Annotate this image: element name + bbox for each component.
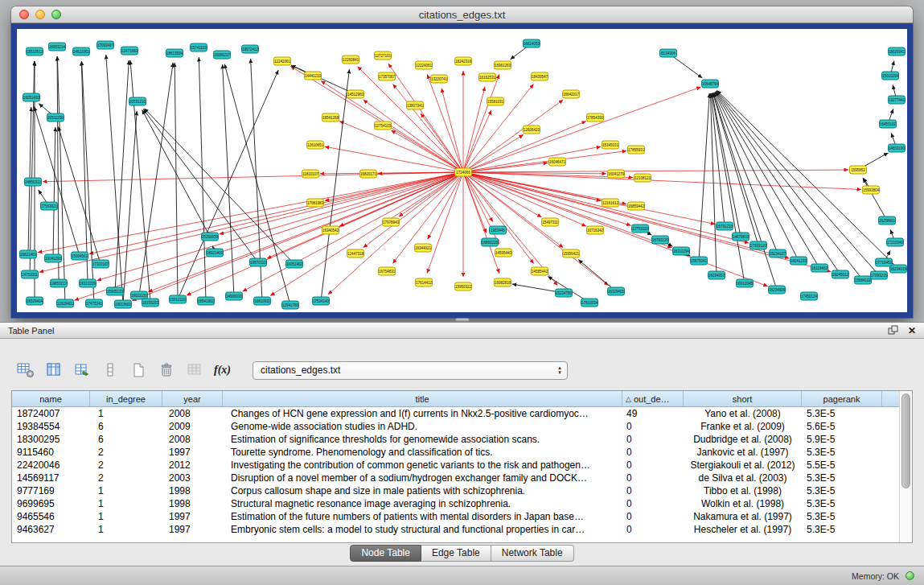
graph-node[interactable]: 16821403	[20, 250, 37, 258]
graph-node[interactable]: 15904561	[72, 252, 88, 260]
graph-edge[interactable]	[243, 172, 463, 291]
graph-node[interactable]: 16258901	[879, 216, 896, 225]
window-titlebar[interactable]: citations_edges.txt	[11, 6, 913, 23]
graph-node[interactable]: 16754831	[379, 267, 396, 275]
graph-node[interactable]: 14585442	[532, 267, 548, 275]
function-builder-button[interactable]: f(x)	[211, 360, 233, 381]
graph-node[interactable]: 16119402	[811, 264, 828, 272]
show-columns-button[interactable]	[43, 360, 64, 381]
graph-node[interactable]: 15993804	[863, 186, 880, 194]
graph-node[interactable]: 14753311	[22, 270, 39, 278]
table-row[interactable]: 1830029562008Estimation of significance …	[12, 433, 900, 446]
import-table-button[interactable]	[183, 360, 205, 381]
graph-node[interactable]: 17810034	[581, 299, 598, 307]
graph-node[interactable]: 12610651	[307, 141, 324, 149]
graph-node[interactable]: 12224061	[416, 61, 433, 69]
graph-node[interactable]: 16041279	[608, 170, 625, 178]
graph-edge[interactable]	[715, 92, 819, 268]
graph-node[interactable]: 17978943	[383, 218, 400, 226]
graph-node[interactable]: 15950322	[455, 282, 472, 290]
graph-node[interactable]: 19570110	[250, 258, 267, 266]
graph-node[interactable]: 17710453	[876, 258, 893, 266]
graph-node[interactable]: 12928401	[57, 299, 74, 307]
graph-node[interactable]: 19277441	[889, 96, 906, 104]
graph-node[interactable]: 16716342	[587, 226, 604, 234]
graph-node[interactable]: 17357067	[379, 72, 396, 80]
graph-edge[interactable]	[716, 91, 863, 280]
graph-edge[interactable]	[427, 74, 463, 172]
network-graph[interactable]: 1724066160412791534503117854390166420171…	[17, 29, 907, 312]
graph-edge[interactable]	[463, 110, 491, 172]
graph-edge[interactable]	[144, 109, 294, 264]
graph-node[interactable]: 17093215	[871, 271, 888, 279]
float-panel-icon[interactable]	[888, 323, 898, 338]
graph-edge[interactable]	[142, 110, 210, 237]
delete-table-button[interactable]	[155, 360, 177, 381]
graph-edge[interactable]	[714, 93, 799, 261]
graph-node[interactable]: 16234019	[890, 265, 907, 273]
graph-edge[interactable]	[267, 172, 463, 258]
graph-edge[interactable]	[291, 65, 355, 94]
graph-node[interactable]: 14512960	[347, 90, 364, 98]
graph-node[interactable]: 12242061	[274, 57, 291, 65]
table-row[interactable]: 969969511998Structural magnetic resonanc…	[12, 497, 900, 510]
graph-edge[interactable]	[463, 74, 499, 172]
graph-edge[interactable]	[463, 172, 542, 217]
graph-edge[interactable]	[220, 172, 463, 234]
graph-node[interactable]: 17210340	[887, 238, 904, 246]
network-view[interactable]: 1724066160412791534503117854390166420171…	[11, 23, 913, 318]
graph-edge[interactable]	[463, 172, 586, 226]
table-dropdown[interactable]: citations_edges.txt ▲▼	[253, 361, 568, 380]
graph-node[interactable]: 16051402	[286, 260, 303, 268]
graph-node[interactable]: 14595443	[495, 249, 512, 257]
graph-node[interactable]: 19041290	[45, 254, 62, 262]
graph-node[interactable]: 1953445	[490, 226, 507, 234]
graph-edge[interactable]	[224, 64, 290, 305]
graph-edge[interactable]	[148, 172, 463, 292]
graph-edge[interactable]	[463, 87, 485, 172]
graph-node[interactable]: 25260659	[202, 233, 219, 241]
column-header-short[interactable]: short	[684, 391, 802, 406]
column-header-title[interactable]: title	[223, 391, 622, 406]
graph-node[interactable]: 17903120	[750, 241, 767, 249]
tab-network-table[interactable]: Network Table	[491, 545, 574, 562]
graph-node[interactable]: 16453102	[880, 120, 897, 128]
graph-edge[interactable]	[463, 170, 848, 172]
graph-node[interactable]: 16859442	[628, 202, 645, 210]
graph-node[interactable]: 15905133	[107, 287, 124, 295]
graph-edge[interactable]	[130, 60, 150, 303]
graph-edge[interactable]	[43, 172, 463, 182]
graph-node[interactable]: 12753020	[632, 225, 649, 233]
graph-node[interactable]: 19853212	[51, 279, 68, 287]
table-row[interactable]: 1872400712008Changes of HCN gene express…	[12, 407, 900, 420]
graph-node[interactable]: 12447318	[347, 249, 364, 257]
row-height-button[interactable]	[99, 360, 121, 381]
graph-node[interactable]: 16793120	[652, 236, 669, 244]
graph-edge[interactable]	[81, 61, 88, 283]
graph-edge[interactable]	[38, 172, 463, 253]
graph-edge[interactable]	[363, 100, 463, 172]
graph-node[interactable]: 18439547	[532, 72, 548, 80]
edit-table-button[interactable]	[71, 360, 92, 381]
graph-node[interactable]: 15679341	[691, 257, 708, 265]
graph-node[interactable]: 15581031	[487, 97, 504, 105]
graph-node[interactable]: 15345031	[602, 141, 619, 149]
graph-node[interactable]: 12161612	[602, 199, 619, 207]
graph-node[interactable]: 15910294	[882, 72, 899, 80]
graph-node[interactable]: 15741103	[191, 43, 207, 51]
tab-edge-table[interactable]: Edge Table	[421, 545, 491, 562]
graph-node[interactable]: 18029341	[889, 47, 906, 56]
table-row[interactable]: 1938455462009Genome-wide association stu…	[12, 420, 900, 433]
graph-node[interactable]: 16344021	[415, 244, 432, 252]
graph-node[interactable]: 18234906	[769, 286, 786, 294]
graph-node[interactable]: 15956421	[563, 249, 580, 257]
table-row[interactable]: 2242004622012Investigating the contribut…	[12, 459, 900, 472]
graph-edge[interactable]	[578, 260, 616, 291]
table-row[interactable]: 946554611997Estimation of the future num…	[12, 510, 900, 523]
graph-node[interactable]: 1724066	[455, 168, 472, 176]
graph-edge[interactable]	[463, 172, 715, 225]
graph-edge[interactable]	[710, 93, 717, 275]
graph-node[interactable]: 12606420	[524, 126, 540, 134]
graph-node[interactable]: 18541902	[198, 297, 215, 305]
graph-edge[interactable]	[328, 172, 463, 295]
